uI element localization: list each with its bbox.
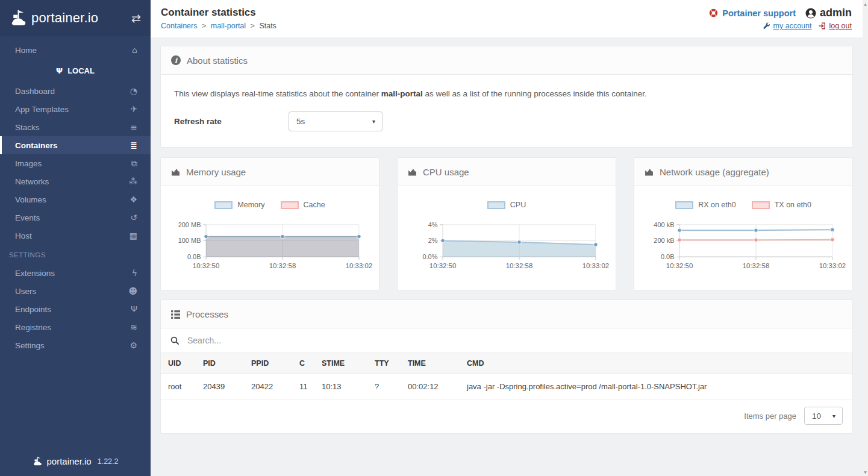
sidebar-item-volumes[interactable]: Volumes❖: [0, 190, 151, 208]
breadcrumb: Containers > mall-portal > Stats: [161, 22, 276, 30]
sidebar-item-users[interactable]: Users☻: [0, 282, 151, 300]
sidebar-item-home[interactable]: Home⌂: [0, 41, 151, 59]
tasks-icon: [171, 310, 180, 319]
portainer-logo-icon: [10, 9, 28, 27]
processes-header: Processes: [161, 300, 852, 328]
vertical-scrollbar[interactable]: ▲ ▼: [863, 0, 868, 476]
memory-usage-widget: Memory usage MemoryCache 0.0B100 MB200 M…: [160, 157, 379, 290]
table-row: root20439204221110:13?00:02:12java -jar …: [161, 374, 852, 399]
page-header: Container statistics Containers > mall-p…: [151, 0, 863, 37]
search-input[interactable]: [186, 335, 843, 346]
svg-text:10:33:02: 10:33:02: [582, 262, 610, 269]
svg-text:4%: 4%: [428, 221, 438, 228]
sidebar-item-images[interactable]: Images⧉: [0, 154, 151, 172]
column-header-ppid: PPID: [244, 353, 292, 374]
memory-usage-chart: 0.0B100 MB200 MB10:32:5010:32:5810:33:02: [169, 216, 370, 279]
sidebar-item-dashboard[interactable]: Dashboard◔: [0, 82, 151, 100]
footer-brand-name: portainer.io: [47, 456, 92, 466]
items-per-page-select[interactable]: 10 ▾: [804, 407, 843, 425]
area-chart-icon: [408, 168, 417, 177]
cpu-chart-legend: CPU: [406, 201, 607, 209]
life-ring-icon: [709, 8, 718, 17]
processes-panel: Processes UIDPIDPPIDCSTIMETTYTIMECMD roo…: [160, 299, 853, 434]
cpu-usage-title: CPU usage: [423, 167, 469, 177]
cogs-icon: ⚙: [130, 340, 137, 350]
info-circle-icon: i: [171, 55, 181, 65]
sidebar-item-containers[interactable]: Containers≣: [0, 136, 151, 154]
breadcrumb-link-containers[interactable]: Containers: [161, 22, 197, 30]
cubes-icon: ❖: [130, 195, 137, 204]
user-menu[interactable]: admin: [805, 7, 852, 19]
column-header-uid: UID: [161, 353, 196, 374]
sidebar: portainer.io ⇄ Home⌂ΨLOCALDashboard◔App …: [0, 0, 151, 476]
plug-icon: Ψ: [56, 66, 63, 75]
legend-item-tx-on-eth0: TX on eth0: [752, 201, 811, 209]
network-chart-legend: RX on eth0TX on eth0: [643, 201, 844, 209]
user-circle-icon: [805, 8, 816, 19]
sidebar-nav: Home⌂ΨLOCALDashboard◔App Templates✈Stack…: [0, 36, 151, 354]
scroll-down-icon[interactable]: ▼: [864, 470, 867, 474]
column-header-pid: PID: [196, 353, 244, 374]
portainer-support-link[interactable]: Portainer support: [709, 8, 796, 18]
scroll-up-icon[interactable]: ▲: [864, 2, 867, 6]
sign-out-icon: [819, 22, 826, 30]
sitemap-icon: ⁂: [129, 177, 137, 186]
users-icon: ☻: [128, 286, 137, 296]
svg-text:10:32:58: 10:32:58: [743, 262, 770, 269]
cpu-usage-chart: 0.0%2%4%10:32:5010:32:5810:33:02: [406, 216, 607, 279]
svg-text:100 MB: 100 MB: [178, 237, 201, 244]
list-icon: ≡: [130, 122, 137, 132]
search-icon: [170, 336, 180, 345]
container-name: mall-portal: [381, 89, 423, 98]
sidebar-item-host[interactable]: Host▦: [0, 227, 151, 245]
svg-text:10:32:58: 10:32:58: [506, 262, 533, 269]
portainer-logo-small-icon: [33, 456, 43, 466]
sidebar-footer: portainer.io 1.22.2: [0, 456, 151, 476]
server-icon: ≣: [130, 140, 137, 150]
sidebar-item-endpoints[interactable]: EndpointsΨ: [0, 300, 151, 318]
svg-text:0.0B: 0.0B: [187, 253, 201, 260]
area-chart-icon: [171, 168, 180, 177]
svg-text:2%: 2%: [428, 237, 438, 244]
plug-icon: Ψ: [131, 304, 137, 314]
sidebar-item-app-templates[interactable]: App Templates✈: [0, 100, 151, 118]
legend-item-memory: Memory: [214, 201, 264, 209]
sidebar-item-registries[interactable]: Registries≋: [0, 318, 151, 336]
sidebar-item-settings[interactable]: Settings⚙: [0, 336, 151, 354]
about-description: This view displays real-time statistics …: [174, 89, 839, 98]
exchange-icon[interactable]: ⇄: [131, 11, 141, 25]
sidebar-item-extensions[interactable]: Extensionsϟ: [0, 264, 151, 282]
page-body: i About statistics This view displays re…: [151, 37, 863, 442]
sidebar-item-networks[interactable]: Networks⁂: [0, 172, 151, 190]
breadcrumb-link-container-name[interactable]: mall-portal: [211, 22, 246, 30]
svg-text:0.0B: 0.0B: [661, 253, 675, 260]
svg-text:10:33:02: 10:33:02: [346, 262, 373, 269]
legend-item-cpu: CPU: [487, 201, 526, 209]
page-title: Container statistics: [161, 7, 276, 19]
svg-text:10:32:58: 10:32:58: [269, 262, 296, 269]
sidebar-item-stacks[interactable]: Stacks≡: [0, 118, 151, 136]
endpoint-name-local: ΨLOCAL: [0, 60, 151, 81]
main-content: Container statistics Containers > mall-p…: [151, 0, 868, 476]
about-statistics-panel: i About statistics This view displays re…: [160, 46, 853, 148]
my-account-link[interactable]: my account: [763, 22, 812, 30]
svg-text:400 kB: 400 kB: [654, 221, 674, 228]
refresh-rate-select[interactable]: 5s ▾: [289, 111, 382, 131]
network-usage-widget: Network usage (aggregate) RX on eth0TX o…: [634, 157, 853, 290]
breadcrumb-current: Stats: [259, 22, 276, 30]
version-label: 1.22.2: [98, 457, 119, 466]
network-usage-chart: 0.0B200 kB400 kB10:32:5010:32:5810:33:02: [643, 216, 844, 279]
home-icon: ⌂: [132, 45, 137, 55]
about-title: About statistics: [187, 55, 248, 66]
copy-icon: ⧉: [131, 158, 137, 169]
column-header-tty: TTY: [367, 353, 401, 374]
svg-text:10:32:50: 10:32:50: [429, 262, 457, 269]
sidebar-item-events[interactable]: Events↺: [0, 208, 151, 227]
wrench-icon: [763, 22, 770, 30]
items-per-page-label: Items per page: [744, 412, 796, 421]
column-header-cmd: CMD: [460, 353, 852, 374]
history-icon: ↺: [130, 213, 137, 222]
brand-name[interactable]: portainer.io: [31, 10, 98, 26]
log-out-link[interactable]: log out: [819, 22, 852, 30]
th-icon: ▦: [130, 231, 137, 240]
